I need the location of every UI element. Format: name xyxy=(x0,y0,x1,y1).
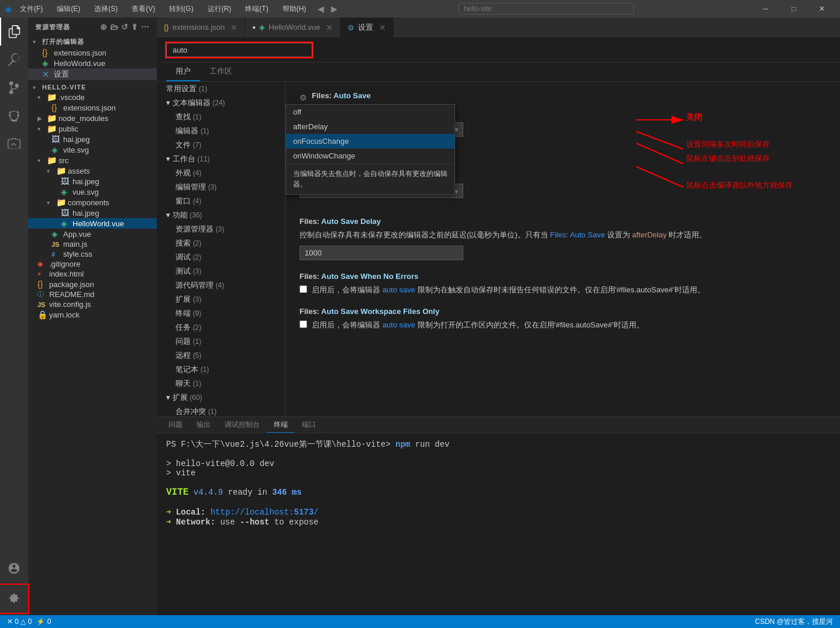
new-file-icon[interactable]: ⊕ xyxy=(100,22,108,32)
open-editors-header[interactable]: ▾ 打开的编辑器 xyxy=(28,36,157,47)
nav-editor-mini[interactable]: 编辑器 (1) xyxy=(157,124,285,138)
nav-find[interactable]: 查找 (1) xyxy=(157,110,285,124)
activity-explorer[interactable] xyxy=(0,18,28,46)
tree-assets-hai-jpeg[interactable]: 🖼 hai.jpeg xyxy=(28,176,157,187)
tree-vite-config-js[interactable]: JS vite.config.js xyxy=(28,299,157,309)
tree-package-json[interactable]: {} package.json xyxy=(28,279,157,289)
nav-tasks[interactable]: 任务 (2) xyxy=(157,320,285,334)
menu-view[interactable]: 查看(V) xyxy=(128,3,159,15)
nav-remote[interactable]: 远程 (5) xyxy=(157,348,285,363)
tree-node-modules[interactable]: ▶ 📁 node_modules xyxy=(28,113,157,123)
maximize-button[interactable]: □ xyxy=(780,0,807,18)
tab-close-icon[interactable]: ✕ xyxy=(326,23,333,32)
menu-edit[interactable]: 编辑(E) xyxy=(53,3,84,15)
tree-extensions-json[interactable]: {} extensions.json xyxy=(28,102,157,113)
tab-extensions-json[interactable]: {} extensions.json ✕ xyxy=(157,18,245,37)
tree-components-hai-jpeg[interactable]: 🖼 hai.jpeg xyxy=(28,208,157,218)
no-errors-checkbox[interactable] xyxy=(299,285,307,293)
tab-debug-console[interactable]: 调试控制台 xyxy=(218,417,267,432)
menu-terminal[interactable]: 终端(T) xyxy=(242,3,271,15)
nav-chat[interactable]: 聊天 (1) xyxy=(157,377,285,391)
tree-index-html[interactable]: ⌖ index.html xyxy=(28,269,157,279)
nav-scm[interactable]: 源代码管理 (4) xyxy=(157,278,285,292)
settings-search-input[interactable] xyxy=(166,43,312,57)
nav-files[interactable]: 文件 (7) xyxy=(157,138,285,152)
minimize-button[interactable]: ─ xyxy=(752,0,779,18)
tab-problems[interactable]: 问题 xyxy=(161,417,190,432)
nav-window[interactable]: 窗口 (4) xyxy=(157,194,285,208)
nav-common[interactable]: 常用设置 (1) xyxy=(157,82,285,96)
tab-helloworld-vue[interactable]: ● ◈ HelloWorld.vue ✕ xyxy=(245,18,340,37)
activity-source-control[interactable] xyxy=(0,74,28,102)
nav-terminal[interactable]: 终端 (9) xyxy=(157,306,285,320)
nav-merge-conflict[interactable]: 合并冲突 (1) xyxy=(157,405,285,416)
nav-problems[interactable]: 问题 (1) xyxy=(157,334,285,348)
nav-back-button[interactable]: ◀ xyxy=(315,3,326,15)
statusbar-errors[interactable]: ✕ 0 △ 0 xyxy=(5,617,34,626)
nav-appearance[interactable]: 外观 (4) xyxy=(157,166,285,180)
dropdown-item-afterdelay[interactable]: afterDelay xyxy=(286,119,455,134)
tree-yarn-lock[interactable]: 🔒 yarn.lock xyxy=(28,309,157,320)
open-editor-helloworld-vue[interactable]: ◈ HelloWorld.vue xyxy=(28,58,157,68)
tree-app-vue[interactable]: ◈ App.vue xyxy=(28,229,157,239)
tab-ports[interactable]: 端口 xyxy=(295,417,323,432)
tab-user[interactable]: 用户 xyxy=(166,63,200,81)
menu-run[interactable]: 运行(R) xyxy=(204,3,235,15)
close-button[interactable]: ✕ xyxy=(808,0,835,18)
tree-public-vite-svg[interactable]: ◈ vite.svg xyxy=(28,144,157,155)
more-icon[interactable]: ⋯ xyxy=(141,22,150,32)
nav-extensions-main[interactable]: ▾ 扩展 (60) xyxy=(157,391,285,405)
auto-save-delay-input[interactable] xyxy=(299,246,463,260)
dropdown-item-onwindowchange[interactable]: onWindowChange xyxy=(286,149,455,163)
activity-search[interactable] xyxy=(0,46,28,74)
menu-help[interactable]: 帮助(H) xyxy=(279,3,310,15)
tree-style-css[interactable]: # style.css xyxy=(28,249,157,259)
auto-save-link4[interactable]: auto save xyxy=(383,320,415,329)
global-search-input[interactable] xyxy=(459,3,634,15)
tree-vscode-folder[interactable]: ▾ 📁 .vscode xyxy=(28,92,157,102)
tree-readme-md[interactable]: ⓘ README.md xyxy=(28,289,157,299)
nav-explorer[interactable]: 资源管理器 (3) xyxy=(157,222,285,236)
project-header[interactable]: ▾ HELLO-VITE xyxy=(28,82,157,92)
workspace-checkbox[interactable] xyxy=(299,320,307,328)
tab-terminal[interactable]: 终端 xyxy=(267,417,295,433)
menu-select[interactable]: 选择(S) xyxy=(91,3,121,15)
nav-features[interactable]: ▾ 功能 (36) xyxy=(157,208,285,222)
tree-assets[interactable]: ▾ 📁 assets xyxy=(28,165,157,176)
tree-gitignore[interactable]: ◉ .gitignore xyxy=(28,259,157,269)
statusbar-notifications[interactable]: ⚡ 0 xyxy=(34,617,53,626)
tree-public[interactable]: ▾ 📁 public xyxy=(28,123,157,134)
nav-extensions-nav[interactable]: 扩展 (3) xyxy=(157,292,285,306)
nav-search[interactable]: 搜索 (2) xyxy=(157,236,285,250)
tree-helloworld-vue[interactable]: ◈ HelloWorld.vue xyxy=(28,218,157,229)
dropdown-item-off[interactable]: off xyxy=(286,105,455,119)
open-editor-settings[interactable]: ✕ 设置 xyxy=(28,68,157,80)
nav-editor-mgmt[interactable]: 编辑管理 (3) xyxy=(157,180,285,194)
tree-components[interactable]: ▾ 📁 components xyxy=(28,197,157,208)
dropdown-item-onfocuschange[interactable]: onFocusChange xyxy=(286,134,455,149)
tree-main-js[interactable]: JS main.js xyxy=(28,239,157,249)
nav-workbench[interactable]: ▾ 工作台 (11) xyxy=(157,152,285,166)
collapse-icon[interactable]: ⬆ xyxy=(131,22,139,32)
activity-manage[interactable] xyxy=(0,585,28,613)
nav-testing[interactable]: 测试 (3) xyxy=(157,264,285,278)
tab-output[interactable]: 输出 xyxy=(190,417,218,432)
nav-debug[interactable]: 调试 (2) xyxy=(157,250,285,264)
activity-extensions[interactable] xyxy=(0,130,28,158)
open-editor-extensions-json[interactable]: {} extensions.json xyxy=(28,47,157,58)
tab-close-icon[interactable]: ✕ xyxy=(379,23,386,32)
new-folder-icon[interactable]: 🗁 xyxy=(110,22,119,32)
activity-account[interactable] xyxy=(0,554,28,582)
tree-src[interactable]: ▾ 📁 src xyxy=(28,155,157,165)
tab-settings[interactable]: ⚙ 设置 ✕ xyxy=(340,18,394,37)
activity-debug[interactable] xyxy=(0,102,28,130)
tree-public-hai-jpeg[interactable]: 🖼 hai.jpeg xyxy=(28,134,157,144)
tree-assets-vue-svg[interactable]: ◈ vue.svg xyxy=(28,187,157,197)
refresh-icon[interactable]: ↺ xyxy=(121,22,129,32)
terminal-content[interactable]: PS F:\大一下\vue2.js\4.26vue第一节课\hello-vite… xyxy=(157,433,840,615)
nav-notebooks[interactable]: 笔记本 (1) xyxy=(157,363,285,377)
auto-save-link3[interactable]: auto save xyxy=(383,285,415,294)
menu-goto[interactable]: 转到(G) xyxy=(166,3,197,15)
menu-file[interactable]: 文件(F) xyxy=(16,3,46,15)
tab-workspace[interactable]: 工作区 xyxy=(200,63,242,81)
